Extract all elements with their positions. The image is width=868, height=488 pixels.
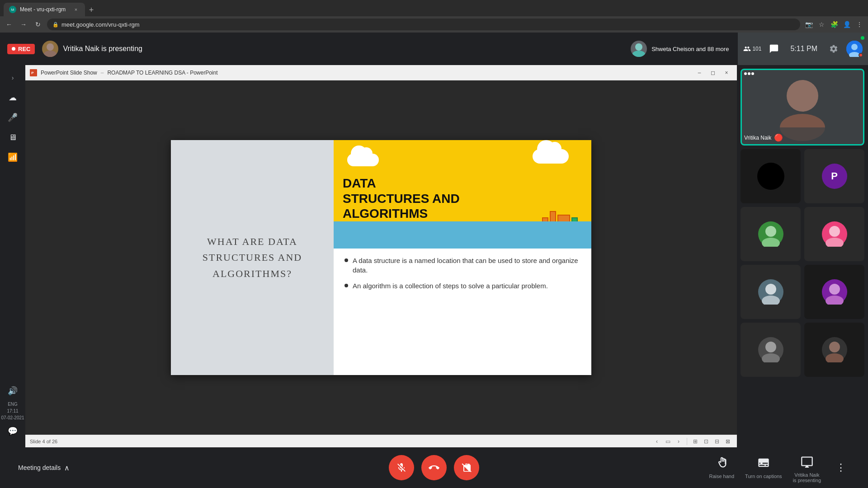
user-avatar[interactable] bbox=[846, 41, 863, 57]
sidebar-volume-icon[interactable]: 🔊 bbox=[4, 382, 22, 400]
sidebar-screen-icon[interactable]: 🖥 bbox=[4, 128, 22, 146]
dsa-title: DATA STRUCTURES AND ALGORITHMS bbox=[343, 176, 460, 221]
svg-point-1 bbox=[44, 51, 57, 57]
slide-view-1[interactable]: ⊞ bbox=[691, 437, 700, 446]
ppt-title: PowerPoint Slide Show bbox=[41, 70, 97, 76]
participant-avatar-6 bbox=[822, 279, 847, 305]
ppt-icon: P bbox=[30, 69, 37, 76]
ppt-window-controls: – ◻ × bbox=[693, 68, 732, 77]
sidebar-chevron-btn[interactable]: › bbox=[4, 69, 22, 87]
slide-number: Slide 4 of 26 bbox=[30, 439, 57, 444]
new-tab-button[interactable]: + bbox=[85, 4, 98, 16]
presenting-icon bbox=[798, 452, 816, 470]
presenter-name-label: Vritika Naik is presenting bbox=[63, 45, 142, 53]
people-icon[interactable]: 101 bbox=[743, 40, 761, 58]
prev-slide-btn[interactable]: ‹ bbox=[652, 437, 661, 446]
forward-button[interactable]: → bbox=[18, 19, 29, 30]
slide-left-text: WHAT ARE DATA STRUCTURES AND ALGORITHMS? bbox=[184, 234, 320, 282]
camera-button[interactable] bbox=[454, 455, 479, 480]
menu-icon[interactable]: ⋮ bbox=[854, 19, 864, 29]
ppt-restore-btn[interactable]: ◻ bbox=[707, 68, 719, 77]
slide-view-4[interactable]: ⊠ bbox=[723, 437, 732, 446]
captions-icon bbox=[757, 456, 770, 472]
participant-avatar-2: P bbox=[822, 164, 847, 189]
rec-dot bbox=[12, 47, 15, 51]
participants-count-label: Shweta Cheison and 88 more bbox=[651, 46, 729, 52]
sidebar-mic-icon[interactable]: 🎤 bbox=[4, 108, 22, 127]
settings-icon[interactable] bbox=[825, 40, 843, 58]
profile-icon[interactable]: 👤 bbox=[842, 19, 852, 29]
right-controls: Raise hand Turn on captions Vritika Naik… bbox=[709, 452, 850, 483]
chat-icon[interactable] bbox=[765, 40, 783, 58]
captions-label: Turn on captions bbox=[745, 474, 782, 479]
ppt-minimize-btn[interactable]: – bbox=[693, 68, 705, 77]
participants-count-number: 101 bbox=[752, 46, 761, 52]
center-controls bbox=[389, 455, 479, 480]
participant-avatar-4 bbox=[822, 221, 847, 247]
svg-point-17 bbox=[829, 226, 840, 237]
top-bar-right: Shweta Cheison and 88 more 101 5:11 PM bbox=[622, 33, 868, 65]
svg-point-5 bbox=[851, 44, 858, 50]
participant-tile-3 bbox=[741, 207, 801, 261]
lang-label: ENG bbox=[8, 402, 18, 407]
back-button[interactable]: ← bbox=[4, 19, 14, 30]
rec-badge: REC bbox=[7, 44, 35, 54]
svg-point-14 bbox=[765, 226, 776, 237]
address-bar[interactable]: 🔒 meet.google.com/vru-qxti-rgm bbox=[47, 19, 800, 30]
active-tab[interactable]: M Meet - vru-qxti-rgm × bbox=[4, 3, 85, 16]
ppt-content-area: WHAT ARE DATA STRUCTURES AND ALGORITHMS?… bbox=[25, 80, 737, 435]
notification-dot bbox=[859, 53, 863, 57]
ppt-statusbar: Slide 4 of 26 ‹ ▭ › ⊞ ⊡ ⊟ ⊠ bbox=[25, 435, 737, 447]
time-label: 17:11 bbox=[7, 408, 18, 413]
tab-close-button[interactable]: × bbox=[72, 6, 80, 13]
normal-view-btn[interactable]: ▭ bbox=[663, 437, 672, 446]
next-slide-btn[interactable]: › bbox=[674, 437, 683, 446]
sidebar-chat-icon[interactable]: 💬 bbox=[4, 422, 22, 440]
top-bar: REC Vritika Naik is presenting Shweta Ch… bbox=[0, 33, 868, 65]
end-call-button[interactable] bbox=[421, 455, 447, 480]
sidebar-wifi-icon[interactable]: 📶 bbox=[4, 148, 22, 166]
svg-point-0 bbox=[47, 43, 54, 51]
cast-icon[interactable]: 📷 bbox=[804, 19, 814, 29]
raise-hand-button[interactable]: Raise hand bbox=[709, 456, 734, 479]
tab-favicon: M bbox=[9, 6, 16, 13]
slide-right-panel: DATA STRUCTURES AND ALGORITHMS bbox=[334, 140, 591, 375]
top-right-icons: 101 5:11 PM bbox=[738, 33, 868, 65]
participant-grid: P bbox=[741, 149, 864, 377]
mute-button[interactable] bbox=[389, 455, 414, 480]
raise-hand-label: Raise hand bbox=[709, 474, 734, 479]
svg-point-2 bbox=[635, 43, 642, 51]
participant-tile-8 bbox=[804, 323, 864, 377]
slide-view-3[interactable]: ⊟ bbox=[712, 437, 722, 446]
sidebar-cloud-icon[interactable]: ☁ bbox=[4, 89, 22, 107]
bullet-dot-1 bbox=[344, 258, 348, 262]
svg-text:P: P bbox=[31, 71, 34, 75]
left-sidebar: › ☁ 🎤 🖥 📶 🔊 ENG 17:11 07-02-2021 💬 bbox=[0, 65, 25, 447]
bookmark-icon[interactable]: ☆ bbox=[816, 19, 826, 29]
more-options-button[interactable]: ⋮ bbox=[832, 459, 850, 477]
slide-bottom: A data structure is a named location tha… bbox=[334, 249, 591, 375]
participant-avatar-7 bbox=[758, 337, 783, 362]
participant-tile-7 bbox=[741, 323, 801, 377]
svg-point-26 bbox=[765, 342, 776, 352]
raise-hand-icon bbox=[715, 456, 728, 472]
ppt-filename: ROADMAP TO LEARNING DSA - PowerPoint bbox=[107, 70, 217, 76]
slide-view-2[interactable]: ⊡ bbox=[702, 437, 711, 446]
presenting-button[interactable]: Vritika Naik is presenting bbox=[793, 452, 821, 483]
address-text: meet.google.com/vru-qxti-rgm bbox=[61, 21, 140, 28]
participant-tile-6 bbox=[804, 265, 864, 319]
extensions-icon[interactable]: 🧩 bbox=[829, 19, 839, 29]
presenter-avatar bbox=[42, 41, 58, 57]
meeting-details-button[interactable]: Meeting details ∧ bbox=[18, 464, 70, 472]
participants-info[interactable]: Shweta Cheison and 88 more bbox=[622, 41, 738, 57]
svg-point-29 bbox=[829, 342, 840, 352]
reload-button[interactable]: ↻ bbox=[33, 19, 43, 30]
video-name-tag: Vritika Naik 🔴 bbox=[744, 133, 783, 142]
participant-avatar-5 bbox=[758, 279, 783, 305]
statusbar-sep-1 bbox=[687, 438, 687, 445]
ppt-close-btn[interactable]: × bbox=[721, 68, 732, 77]
time-display: 5:11 PM bbox=[787, 45, 821, 53]
captions-button[interactable]: Turn on captions bbox=[745, 456, 782, 479]
presenter-info: Vritika Naik is presenting bbox=[42, 41, 142, 57]
video-more-btn[interactable] bbox=[744, 72, 754, 75]
